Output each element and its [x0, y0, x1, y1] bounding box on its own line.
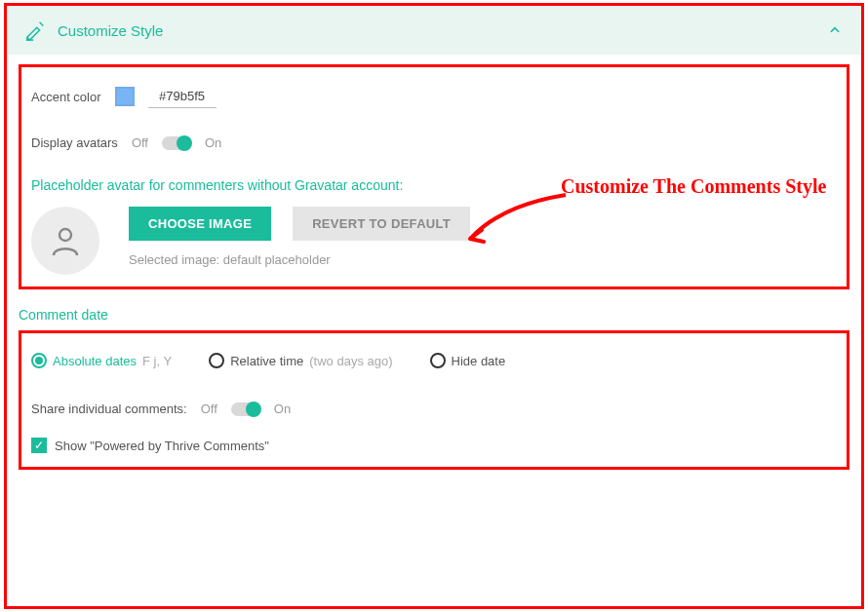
- style-icon: [24, 19, 46, 41]
- accent-color-label: Accent color: [31, 90, 101, 104]
- panel-title: Customize Style: [58, 22, 163, 39]
- annotation-text: Customize The Comments Style: [561, 175, 826, 198]
- share-on-label: On: [274, 402, 291, 416]
- comment-date-heading: Comment date: [19, 307, 861, 323]
- share-comments-toggle[interactable]: [231, 402, 260, 416]
- avatar-placeholder: [31, 207, 99, 275]
- display-avatars-toggle[interactable]: [162, 136, 191, 150]
- panel-header[interactable]: Customize Style: [7, 6, 861, 55]
- revert-default-button[interactable]: REVERT TO DEFAULT: [293, 207, 470, 241]
- svg-point-0: [59, 229, 71, 241]
- powered-by-label: Show "Powered by Thrive Comments": [55, 439, 269, 453]
- accent-color-input[interactable]: [148, 85, 217, 108]
- radio-hide-date[interactable]: Hide date: [430, 353, 506, 368]
- radio-relative-time[interactable]: Relative time (two days ago): [209, 353, 392, 368]
- accent-color-swatch[interactable]: [115, 87, 135, 106]
- powered-by-checkbox[interactable]: ✓: [31, 438, 47, 453]
- share-comments-label: Share individual comments:: [31, 402, 187, 416]
- collapse-icon[interactable]: [828, 23, 842, 37]
- selected-image-text: Selected image: default placeholder: [129, 252, 470, 267]
- highlight-box-bottom: Absolute dates F j, Y Relative time (two…: [19, 330, 849, 470]
- toggle-off-label: Off: [132, 135, 148, 150]
- choose-image-button[interactable]: CHOOSE IMAGE: [129, 207, 271, 241]
- toggle-on-label: On: [205, 135, 221, 150]
- radio-absolute-dates[interactable]: Absolute dates F j, Y: [31, 353, 172, 368]
- share-off-label: Off: [201, 402, 217, 416]
- display-avatars-label: Display avatars: [31, 135, 118, 150]
